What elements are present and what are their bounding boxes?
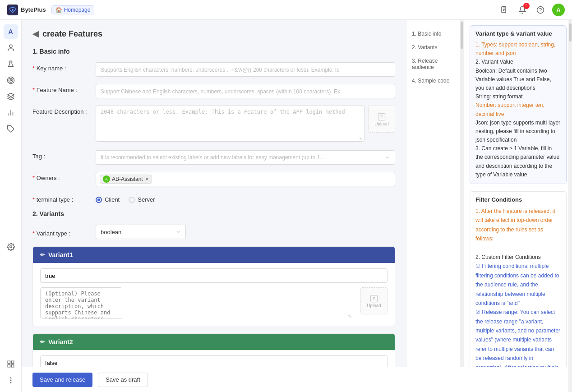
tag-row: Tag : It is recommended to select existi…: [32, 150, 395, 165]
help-line-5: Number: support integer ten, decimal fiv…: [475, 102, 544, 117]
variant2-edit-icon: ✏: [40, 339, 45, 345]
variant1-resize-icon: ⤡: [348, 314, 351, 318]
back-arrow-icon[interactable]: ◀: [32, 29, 39, 39]
owner-tag-remove[interactable]: ✕: [145, 176, 149, 182]
sidebar-item-target[interactable]: [4, 73, 18, 88]
client-radio-dot: [96, 197, 102, 203]
variant-type-value: boolean: [101, 229, 121, 235]
sidebar-item-ab[interactable]: A: [4, 24, 18, 39]
key-name-input[interactable]: [96, 62, 395, 77]
user-avatar[interactable]: A: [552, 4, 565, 16]
sidebar-item-settings[interactable]: [4, 240, 18, 254]
filter-line-2: 2. Custom Filter Conditions: [475, 254, 541, 260]
right-outer-scroll-thumb: [569, 23, 572, 42]
feature-desc-label: Feature Description :: [32, 106, 96, 115]
mini-nav-variants[interactable]: 2. Variants: [406, 41, 460, 54]
save-draft-button[interactable]: Save as draft: [98, 373, 148, 387]
notification-badge: 2: [523, 3, 530, 9]
byteplus-logo-icon: [7, 5, 18, 15]
page-title-row: ◀ create Features: [32, 29, 395, 39]
sidebar-item-grid[interactable]: [4, 357, 18, 371]
mini-nav-release[interactable]: 3. Release audience: [406, 54, 460, 74]
variants-title: 2. Variants: [32, 210, 395, 217]
home-icon: 🏠: [55, 7, 62, 13]
app-name: BytePlus: [21, 6, 46, 13]
terminal-label: terminal type :: [32, 194, 96, 203]
sidebar-item-puzzle[interactable]: [4, 122, 18, 136]
owner-avatar: A: [103, 175, 110, 183]
svg-point-8: [9, 78, 13, 83]
terminal-client-option[interactable]: Client: [96, 196, 120, 203]
basic-info-section: 1. Basic info Key name : Feature Name : …: [32, 48, 395, 203]
svg-point-14: [9, 245, 12, 248]
feature-name-label: Feature Name :: [32, 84, 96, 93]
server-radio-dot: [129, 197, 135, 203]
mini-nav-sample[interactable]: 4. Sample code: [406, 74, 460, 88]
notification-icon-button[interactable]: 2: [516, 4, 529, 16]
terminal-server-option[interactable]: Server: [129, 196, 155, 203]
variant1-desc-textarea[interactable]: [40, 287, 122, 319]
filter-conditions-help: Filter Conditions 1. After the Feature i…: [470, 191, 567, 392]
terminal-row: terminal type : Client Server: [32, 194, 395, 203]
feature-desc-row: Feature Description : ⤡ Upload: [32, 106, 395, 143]
help-line-3: Boolean: Default contains two Variable v…: [475, 68, 551, 91]
variant1-header: ✏ Variant1: [33, 247, 395, 263]
variant-type-select[interactable]: boolean: [96, 225, 186, 239]
filter-help-title: Filter Conditions: [475, 196, 561, 203]
tag-label: Tag :: [32, 150, 96, 160]
key-name-row: Key name :: [32, 62, 395, 77]
nav-scrollbar[interactable]: [460, 20, 464, 392]
variant-type-row: Variant type : boolean: [32, 225, 395, 239]
mini-nav: 1. Basic info 2. Variants 3. Release aud…: [406, 20, 460, 392]
sidebar-item-chart[interactable]: [4, 106, 18, 120]
owners-label: Owners :: [32, 172, 96, 181]
variant-type-help-title: Variant type & variant value: [475, 30, 561, 37]
feature-name-input[interactable]: [96, 84, 395, 98]
variant1-upload-box[interactable]: Upload: [360, 287, 387, 314]
variant2-header: ✏ Variant2: [33, 334, 395, 350]
nav-scroll-thumb: [461, 22, 463, 49]
variant-type-dropdown-icon: [175, 229, 181, 235]
form-area: ◀ create Features 1. Basic info Key name…: [22, 20, 406, 392]
sidebar-item-user[interactable]: [4, 41, 18, 55]
feature-name-field: [96, 84, 395, 98]
variant-type-help-body: 1. Types: support boolean, string, numbe…: [475, 41, 561, 179]
svg-rect-18: [11, 365, 14, 367]
sidebar-item-more[interactable]: [4, 373, 18, 387]
variant1-card: ✏ Variant1 ⤡ Upload: [32, 246, 395, 326]
terminal-radio-group: Client Server: [96, 194, 395, 203]
sidebar-item-layers[interactable]: [4, 89, 18, 104]
variant1-body: ⤡ Upload: [33, 263, 395, 326]
document-icon-button[interactable]: [498, 4, 511, 16]
feature-desc-textarea[interactable]: [96, 106, 364, 142]
svg-point-9: [10, 80, 11, 81]
sidebar-item-flask[interactable]: [4, 57, 18, 71]
variant1-value-input[interactable]: [40, 268, 387, 283]
variant2-title: Variant2: [48, 338, 73, 346]
desc-upload-box[interactable]: Upload: [368, 106, 395, 133]
save-release-button[interactable]: Save and release: [32, 373, 92, 387]
svg-point-21: [10, 383, 11, 383]
svg-point-5: [9, 45, 12, 47]
owners-field: A AB-Assistant ✕: [96, 172, 395, 186]
variant-type-label: Variant type :: [32, 227, 96, 237]
svg-point-1: [12, 9, 14, 11]
help-icon-button[interactable]: [534, 4, 547, 16]
owner-name: AB-Assistant: [112, 176, 143, 182]
owners-input[interactable]: A AB-Assistant ✕: [96, 172, 395, 186]
tag-select[interactable]: It is recommended to select existing lab…: [96, 150, 395, 165]
filter-line-3: ① Filtering conditions: multiple filteri…: [475, 263, 559, 306]
svg-rect-16: [11, 361, 14, 363]
right-outer-scrollbar[interactable]: [568, 20, 572, 392]
sidebar: A: [0, 20, 22, 392]
tag-field: It is recommended to select existing lab…: [96, 150, 395, 165]
app-logo: BytePlus: [7, 5, 46, 15]
right-help-panel: Variant type & variant value 1. Types: s…: [464, 20, 572, 392]
help-line-7: 3. Can create ≥ 1 Variable, fill in the …: [475, 145, 559, 178]
variant1-upload-label: Upload: [367, 303, 381, 308]
terminal-field: Client Server: [96, 194, 395, 203]
desc-upload-label: Upload: [374, 121, 389, 126]
home-badge[interactable]: 🏠 Homepage: [51, 5, 95, 14]
variant1-edit-icon: ✏: [40, 252, 45, 258]
mini-nav-basic[interactable]: 1. Basic info: [406, 27, 460, 41]
